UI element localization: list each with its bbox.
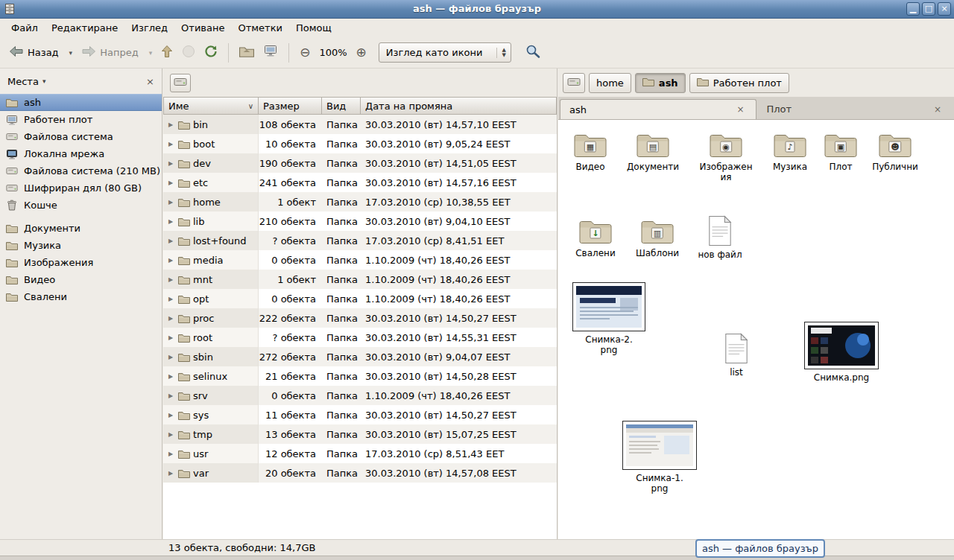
expander-icon[interactable]: ▶ [166, 392, 175, 399]
icon-item[interactable]: Снимка-2.png [572, 282, 646, 356]
sidebar-item-desktop[interactable]: Работен плот [0, 111, 162, 128]
file-row[interactable]: ▶sbin272 обектаПапка30.03.2010 (вт) 9,04… [163, 347, 557, 366]
sidebar-item-filesystem-210mb[interactable]: Файлова система (210 MB) [0, 162, 162, 179]
back-button[interactable]: Назад [4, 42, 63, 63]
expander-icon[interactable]: ▶ [166, 451, 175, 457]
file-row[interactable]: ▶bin108 обектаПапка30.03.2010 (вт) 14,57… [163, 115, 557, 134]
file-row[interactable]: ▶mnt1 обектПапка1.10.2009 (чт) 18,40,26 … [163, 270, 557, 289]
menu-edit[interactable]: Редактиране [45, 20, 124, 36]
menu-file[interactable]: Файл [4, 20, 45, 36]
expander-icon[interactable]: ▶ [166, 296, 175, 302]
column-header-date[interactable]: Дата на промяна [361, 97, 557, 115]
icon-item[interactable]: ▥Шаблони [629, 217, 686, 258]
icon-item[interactable]: ☻Публични [867, 131, 923, 172]
stop-button[interactable] [177, 42, 200, 63]
icon-item[interactable]: ▦Видео [563, 131, 617, 172]
sidebar-item-trash[interactable]: Кошче [0, 197, 162, 214]
icon-item[interactable]: ♪Музика [763, 131, 817, 172]
up-button[interactable] [157, 42, 177, 63]
sidebar-item-local-network[interactable]: Локална мрежа [0, 145, 162, 162]
menu-bookmarks[interactable]: Отметки [231, 20, 288, 36]
file-row[interactable]: ▶var20 обектаПапка30.03.2010 (вт) 14,57,… [163, 463, 557, 483]
sidebar-item-documents[interactable]: Документи [0, 220, 162, 237]
sidebar-close-icon[interactable]: × [146, 76, 154, 87]
file-row[interactable]: ▶lib210 обектаПапка30.03.2010 (вт) 9,04,… [163, 211, 557, 231]
reload-button[interactable] [200, 42, 222, 63]
expander-icon[interactable]: ▶ [166, 373, 175, 380]
tab-plot[interactable]: Плот × [758, 99, 953, 119]
icon-item[interactable]: нов файл [692, 215, 748, 260]
path-root-button[interactable] [170, 74, 191, 92]
icon-item[interactable]: Снимка.png [801, 322, 882, 383]
expander-icon[interactable]: ▶ [166, 160, 175, 167]
sidebar-item-downloads[interactable]: Свалени [0, 288, 162, 305]
icon-item[interactable]: ▣Плот [818, 131, 863, 172]
sidebar-item-filesystem[interactable]: Файлова система [0, 128, 162, 145]
file-row[interactable]: ▶dev190 обектаПапка30.03.2010 (вт) 14,51… [163, 153, 557, 173]
expander-icon[interactable]: ▶ [166, 199, 175, 206]
icon-item[interactable]: Снимка-1.png [621, 421, 698, 494]
expander-icon[interactable]: ▶ [166, 334, 175, 341]
file-row[interactable]: ▶home1 обектПапка17.03.2010 (ср) 10,38,5… [163, 192, 557, 211]
zoom-level[interactable]: 100% [315, 47, 351, 58]
expander-icon[interactable]: ▶ [166, 218, 175, 225]
file-row[interactable]: ▶media0 обектаПапка1.10.2009 (чт) 18,40,… [163, 250, 557, 270]
expander-icon[interactable]: ▶ [166, 431, 175, 438]
icon-item[interactable]: ↓Свалени [567, 217, 624, 258]
expander-icon[interactable]: ▶ [166, 412, 175, 419]
column-header-name[interactable]: Име∨ [163, 97, 259, 115]
column-header-type[interactable]: Вид [322, 97, 361, 115]
expander-icon[interactable]: ▶ [166, 470, 175, 477]
minimize-button[interactable]: ▁ [906, 2, 920, 16]
expander-icon[interactable]: ▶ [166, 238, 175, 244]
file-row[interactable]: ▶root? обектаПапка30.03.2010 (вт) 14,55,… [163, 328, 557, 347]
spinner-arrows-icon[interactable]: ▲▼ [496, 48, 505, 58]
file-row[interactable]: ▶selinux21 обектаПапка30.03.2010 (вт) 14… [163, 366, 557, 386]
icon-view[interactable]: ▦Видео▤Документи◉Изображения♪Музика▣Плот… [558, 120, 954, 539]
menu-view[interactable]: Изглед [124, 20, 174, 36]
path-button-ash[interactable]: ash [635, 73, 686, 93]
file-row[interactable]: ▶usr12 обектаПапка17.03.2010 (ср) 8,51,4… [163, 444, 557, 463]
icon-item[interactable]: ◉Изображения [699, 131, 753, 183]
path-button-home[interactable]: home [589, 73, 631, 93]
zoom-in-button[interactable]: ⊕ [352, 43, 371, 62]
file-row[interactable]: ▶tmp13 обектаПапка30.03.2010 (вт) 15,07,… [163, 424, 557, 444]
taskbar-window-button[interactable]: ash — файлов браузър [695, 539, 825, 558]
file-row[interactable]: ▶lost+found? обектаПапка17.03.2010 (ср) … [163, 231, 557, 250]
home-button[interactable] [235, 42, 259, 63]
sidebar-item-videos[interactable]: Видео [0, 271, 162, 288]
menu-help[interactable]: Помощ [289, 20, 338, 36]
titlebar[interactable]: ash — файлов браузър ▁ □ × [0, 0, 954, 19]
path-scroll-button[interactable] [563, 73, 585, 93]
maximize-button[interactable]: □ [922, 2, 935, 16]
expander-icon[interactable]: ▶ [166, 354, 175, 360]
expander-icon[interactable]: ▶ [166, 276, 175, 283]
sidebar-item-ash[interactable]: ash [0, 94, 162, 111]
tab-close-icon[interactable]: × [735, 104, 747, 115]
file-row[interactable]: ▶srv0 обектаПапка1.10.2009 (чт) 18,40,26… [163, 386, 557, 405]
file-row[interactable]: ▶opt0 обектаПапка1.10.2009 (чт) 18,40,26… [163, 289, 557, 308]
expander-icon[interactable]: ▶ [166, 257, 175, 264]
file-row[interactable]: ▶proc222 обектаПапка30.03.2010 (вт) 14,5… [163, 308, 557, 328]
sidebar-title[interactable]: Места [7, 76, 39, 87]
tab-ash[interactable]: ash × [560, 99, 756, 119]
back-history-dropdown[interactable]: ▾ [63, 46, 78, 60]
column-header-size[interactable]: Размер [259, 97, 322, 115]
sidebar-item-music[interactable]: Музика [0, 237, 162, 254]
expander-icon[interactable]: ▶ [166, 121, 175, 128]
pane-splitter[interactable] [557, 69, 559, 539]
forward-history-dropdown[interactable]: ▾ [143, 46, 157, 60]
expander-icon[interactable]: ▶ [166, 141, 175, 147]
view-selector[interactable]: Изглед като икони ▲▼ [379, 42, 511, 63]
zoom-out-button[interactable]: ⊖ [295, 43, 315, 62]
sidebar-item-pictures[interactable]: Изображения [0, 254, 162, 271]
computer-button[interactable] [259, 42, 282, 63]
sidebar-item-encrypted-80gb[interactable]: Шифриран дял (80 GB) [0, 179, 162, 197]
path-button-desktop[interactable]: Работен плот [689, 73, 789, 93]
expander-icon[interactable]: ▶ [166, 179, 175, 186]
close-button[interactable]: × [938, 2, 951, 16]
file-row[interactable]: ▶sys11 обектаПапка30.03.2010 (вт) 14,50,… [163, 405, 557, 424]
forward-button[interactable]: Напред [77, 42, 142, 63]
icon-item[interactable]: list [714, 333, 759, 378]
expander-icon[interactable]: ▶ [166, 315, 175, 322]
